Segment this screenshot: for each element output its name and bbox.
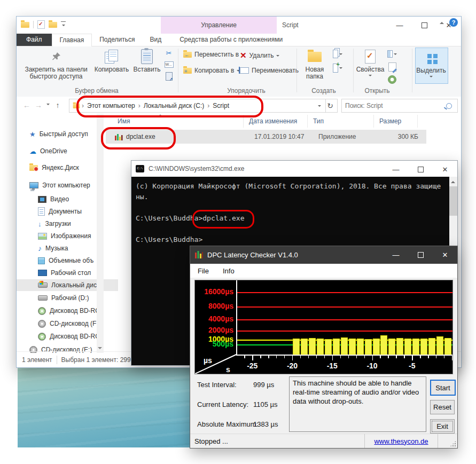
scrollbar-thumb[interactable] [449,186,457,216]
file-row[interactable]: dpclat.exe 17.01.2019 10:47 Приложение 3… [106,130,426,144]
scissors-icon: ✂ [166,49,172,57]
maximize-button[interactable] [412,17,436,34]
tab-вид[interactable]: Вид [142,34,169,46]
separator [33,21,34,28]
back-icon[interactable]: ← [21,101,33,109]
latency-bar [309,338,316,355]
sidebar-item-cloud[interactable]: ☁OneDrive [17,145,110,157]
latency-bar [317,339,324,355]
minimize-button[interactable]: — [387,17,412,34]
column-header-1[interactable]: Дата изменения [245,115,308,128]
sidebar-item-star[interactable]: ★Быстрый доступ [17,128,110,140]
exit-button[interactable]: Exit [430,419,455,434]
x-tick [324,356,325,358]
maximize-button[interactable] [408,246,433,264]
move-to-button[interactable]: ← Переместить в [183,51,245,58]
cmd-line: C:\Users\Buddha>dpclat.exe [136,213,449,224]
dropdown-caret-icon [276,55,279,58]
dropdown-caret-icon [369,75,372,78]
scroll-up-icon[interactable] [451,179,455,183]
close-button[interactable]: ✕ [433,246,457,264]
folder-icon[interactable] [21,22,29,28]
forward-icon[interactable]: → [33,101,44,109]
copy-button[interactable]: Копировать [93,49,130,73]
customize-qat-icon[interactable] [61,21,66,28]
refresh-button[interactable]: ↻ [323,99,338,113]
tab-главная[interactable]: Главная [52,34,92,47]
breadcrumb-segment[interactable]: Этот компьютер [85,102,137,109]
x-tick-label: -10 [361,361,384,370]
tab-файл[interactable]: Файл [17,34,52,46]
minimize-button[interactable]: — [384,161,408,178]
sidebar-item-computer[interactable]: Этот компьютер [17,179,110,191]
history-button[interactable] [387,75,397,84]
x-tick [420,356,420,358]
breadcrumb-segment[interactable]: Script [210,102,231,109]
close-button[interactable]: ✕ [433,161,457,178]
open-panel-button[interactable] [387,50,397,58]
sidebar-item-label: Изображения [51,232,91,240]
new-folder-button[interactable]: Новая папка [299,49,331,80]
breadcrumb-segment[interactable]: Локальный диск (C:) [142,102,207,109]
disc-cd-icon [38,320,46,328]
sidebar-item-folder-yandex[interactable]: Яндекс.Диск [17,162,110,174]
column-header-0[interactable]: Имя [113,115,244,128]
copy-path-button[interactable]: W... [164,60,174,69]
history-caret-icon[interactable] [46,104,50,107]
sidebar-scrollbar[interactable] [97,114,104,353]
scroll-down-icon[interactable] [98,347,102,351]
up-icon[interactable]: ↑ [52,101,64,109]
new-folder-icon[interactable] [49,22,57,28]
cut-button[interactable]: ✂ [164,49,174,57]
tab-поделиться[interactable]: Поделиться [92,34,142,46]
minimize-button[interactable]: — [384,246,408,264]
maximize-button[interactable] [408,161,433,178]
y-unit-label: µs [204,356,212,365]
group-label-new: Создать [302,87,345,95]
search-box[interactable] [341,99,458,113]
stat-value: 1105 µs [253,400,278,408]
menu-info[interactable]: Info [223,267,235,275]
copy-to-button[interactable]: ≡ Копировать в [183,67,240,74]
collapse-ribbon-icon[interactable] [440,20,444,24]
paste-button[interactable]: Вставить [132,49,162,73]
gridline-4000 [236,319,452,320]
paste-shortcut-button[interactable] [164,72,174,81]
y-axis-label: 2000µs [195,326,233,334]
pin-to-quick-access-button[interactable]: Закрепить на панели быстрого доступа [21,49,91,80]
latency-bar [373,339,380,355]
new-item-button[interactable] [333,64,342,72]
sort-ascending-icon[interactable] [158,114,162,116]
easy-access-button[interactable] [333,50,342,58]
y-axis-label: 500µs [195,340,233,348]
file-size: 300 КБ [378,133,418,140]
column-header-2[interactable]: Тип [309,115,374,128]
latency-bar [293,339,300,355]
properties-button[interactable]: Свойства [355,49,385,78]
reset-button[interactable]: Reset [430,400,455,414]
properties-icon[interactable] [37,20,45,29]
column-header-3[interactable]: Размер [375,115,418,128]
rename-button[interactable]: Переименовать [240,67,299,74]
menu-file[interactable]: File [198,267,209,275]
tab-средства-работы-с-приложениями[interactable]: Средства работы с приложениями [172,34,290,46]
help-icon[interactable]: ? [449,18,458,27]
thesycon-link[interactable]: www.thesycon.de [374,437,428,445]
latency-bar [325,339,332,355]
edit-button[interactable] [387,62,397,71]
sidebar-item-label: Загрузки [45,220,71,227]
latency-bar [436,336,443,355]
address-caret-icon[interactable] [318,105,321,108]
select-button[interactable]: Выделить [416,50,446,79]
gridline-2000 [236,331,452,332]
delete-button[interactable]: ✕ Удалить [240,51,279,60]
column-headers: ИмяДата измененияТипРазмер [105,115,457,128]
address-bar[interactable]: ›Этот компьютер›Локальный диск (C:)›Scri… [69,99,326,113]
cmd-line: ны. [136,192,449,202]
search-input[interactable] [342,102,446,109]
start-button[interactable]: Start [430,380,456,396]
file-name: dpclat.exe [126,133,155,140]
search-icon[interactable] [446,103,452,109]
resize-grip[interactable] [450,441,456,447]
y-axis-label: 8000µs [195,302,233,310]
